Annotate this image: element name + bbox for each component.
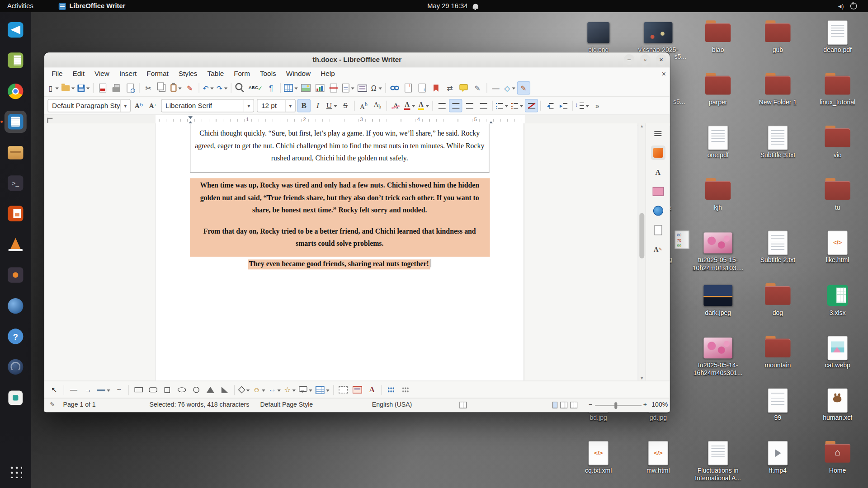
scroll-down-icon[interactable]: ▼ xyxy=(638,376,646,380)
square-button[interactable] xyxy=(160,383,174,396)
fontwork-button[interactable]: A xyxy=(365,383,378,396)
dock-item-libreoffice-impress[interactable] xyxy=(5,202,27,225)
system-status-area[interactable]: ◄) xyxy=(837,3,857,9)
special-character-button[interactable]: Ω xyxy=(369,81,382,94)
superscript-button[interactable]: Ab xyxy=(357,99,370,112)
desktop-icon-new-folder-1[interactable]: New Folder 1 xyxy=(751,72,805,106)
highlight-color-button[interactable]: A xyxy=(417,99,430,112)
undo-button[interactable]: ↶ xyxy=(202,81,215,94)
line-button[interactable]: — xyxy=(67,383,80,396)
desktop-icon-pic-png[interactable]: pic.png xyxy=(572,20,625,54)
size-combo[interactable]: 12 pt▼ xyxy=(257,99,296,112)
document-page[interactable]: Chichi thought quickly. “Sure, but first… xyxy=(155,123,524,380)
edit-points-button[interactable] xyxy=(385,383,398,396)
maximize-button[interactable]: ▫ xyxy=(640,54,651,65)
activities-button[interactable]: Activities xyxy=(7,2,33,10)
export-pdf-button[interactable] xyxy=(96,81,109,94)
strikethrough-button[interactable]: S xyxy=(339,99,352,112)
snap-grid-button[interactable] xyxy=(399,383,412,396)
tab-stop-selector-icon[interactable] xyxy=(47,118,52,123)
window-titlebar[interactable]: th.docx - LibreOffice Writer − ▫ × xyxy=(44,52,670,67)
triangle-button[interactable] xyxy=(204,383,217,396)
dock-item-ubuntu-software[interactable] xyxy=(5,387,27,409)
insert-comment-button[interactable] xyxy=(457,81,470,94)
desktop-icon-cat-webp[interactable]: cat.webp xyxy=(811,335,864,369)
desktop-icon-biao[interactable]: biao xyxy=(691,20,745,54)
bold-button[interactable]: B xyxy=(297,99,311,112)
desktop-icon-dark-jpeg[interactable]: dark.jpeg xyxy=(691,283,745,317)
desktop-icon-dog[interactable]: dog xyxy=(751,283,805,317)
desktop-icon-tu2025-05-14-16h24m40s301[interactable]: tu2025-05-14-16h24m40s301... xyxy=(691,335,745,377)
dock-item-files[interactable] xyxy=(5,141,27,164)
dock-item-vlc[interactable] xyxy=(5,234,27,256)
insert-image-button[interactable] xyxy=(299,81,312,94)
navigator-button[interactable] xyxy=(651,204,665,218)
view-layout-buttons[interactable] xyxy=(552,401,580,408)
redo-button[interactable]: ↷ xyxy=(215,81,228,94)
align-left-button[interactable] xyxy=(435,99,448,112)
properties-button[interactable] xyxy=(651,145,665,160)
menu-help[interactable]: Help xyxy=(316,69,340,79)
page-style[interactable]: Default Page Style xyxy=(260,401,313,408)
increase-indent-button[interactable] xyxy=(557,99,570,112)
styles-button[interactable]: A xyxy=(651,165,665,179)
draw-functions-button[interactable]: ✎ xyxy=(517,81,530,94)
desktop-icon-subtitle-3-txt[interactable]: Subtitle 3.txt xyxy=(751,125,805,159)
desktop-icon-tu[interactable]: tu xyxy=(811,178,864,211)
underline-button[interactable]: U xyxy=(325,99,338,112)
desktop-icon-mw-html[interactable]: </>mw.html xyxy=(632,441,685,474)
page-count[interactable]: Page 1 of 1 xyxy=(63,401,96,408)
desktop-icon-parper[interactable]: parper xyxy=(691,72,745,106)
single-page-view-icon[interactable] xyxy=(552,402,557,408)
spelling-button[interactable]: ABC✓ xyxy=(247,81,264,94)
edit-mode-icon[interactable]: ✎ xyxy=(50,401,55,408)
menu-insert[interactable]: Insert xyxy=(114,69,142,79)
align-right-button[interactable] xyxy=(463,99,476,112)
style-inspector-button[interactable]: A✎ xyxy=(651,242,665,257)
gallery-button[interactable] xyxy=(651,184,665,199)
close-button[interactable]: × xyxy=(656,54,666,65)
copy-button[interactable] xyxy=(156,81,169,94)
dock-item-visual-studio-code[interactable] xyxy=(5,19,27,41)
right-triangle-button[interactable] xyxy=(218,383,231,396)
first-line-indent-marker[interactable] xyxy=(188,116,193,119)
desktop-icon-cq-txt-xml[interactable]: </>cq.txt.xml xyxy=(572,441,625,474)
menu-form[interactable]: Form xyxy=(229,69,255,79)
word-count[interactable]: Selected: 76 words, 418 characters xyxy=(150,401,250,408)
align-center-button[interactable] xyxy=(449,99,462,112)
dock-item-libreoffice-writer[interactable] xyxy=(5,111,27,133)
print-button[interactable] xyxy=(109,81,123,94)
no-list-button[interactable] xyxy=(525,99,538,112)
vertical-scrollbar[interactable]: ▲ ▼ xyxy=(638,123,646,380)
desktop-icon-one-pdf[interactable]: one.pdf xyxy=(691,125,745,159)
desktop-icon-3-xlsx[interactable]: 3.xlsx xyxy=(811,283,864,317)
justify-button[interactable] xyxy=(476,99,490,112)
zoom-slider[interactable] xyxy=(595,405,642,406)
zoom-out-button[interactable]: − xyxy=(589,401,592,408)
multi-page-view-icon[interactable] xyxy=(560,402,565,408)
font-color-button[interactable]: A xyxy=(403,99,416,112)
new-style-button[interactable]: A+ xyxy=(146,99,159,112)
insert-hyperlink-button[interactable] xyxy=(388,81,401,94)
star-button[interactable]: ☆ xyxy=(283,383,297,396)
close-document-icon[interactable]: × xyxy=(662,70,666,78)
insert-line-button[interactable]: — xyxy=(489,81,502,94)
curve-button[interactable]: ~ xyxy=(113,383,126,396)
font-combo[interactable]: Liberation Serif▼ xyxy=(161,99,254,112)
menu-table[interactable]: Table xyxy=(203,69,229,79)
minimize-button[interactable]: − xyxy=(624,54,634,65)
menu-styles[interactable]: Styles xyxy=(174,69,203,79)
circle-button[interactable] xyxy=(189,383,203,396)
desktop-icon-gub[interactable]: gub xyxy=(751,20,805,54)
selection-mode-icon[interactable] xyxy=(459,401,469,408)
desktop-icon-99[interactable]: 99 xyxy=(751,388,805,422)
menu-format[interactable]: Format xyxy=(142,69,174,79)
print-preview-button[interactable] xyxy=(123,81,137,94)
paste-button[interactable] xyxy=(170,81,183,94)
basic-shapes-button[interactable]: ◇ xyxy=(503,81,516,94)
chevron-down-icon[interactable]: ▼ xyxy=(120,99,130,112)
desktop-icon-linux-tutorial[interactable]: linux_tutorial xyxy=(811,72,864,106)
menu-view[interactable]: View xyxy=(90,69,114,79)
menu-window[interactable]: Window xyxy=(281,69,316,79)
desktop-icon-subtitle-2-txt[interactable]: Subtitle 2.txt xyxy=(751,230,805,264)
